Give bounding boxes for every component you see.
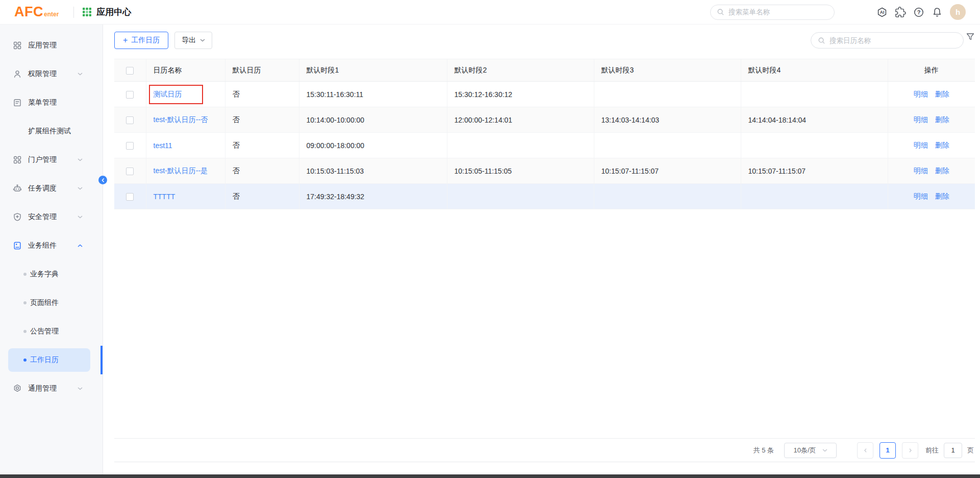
- plugin-puzzle-icon[interactable]: [895, 7, 906, 18]
- table-row: test11否09:00:00-18:00:00明细删除: [114, 133, 975, 158]
- delete-link[interactable]: 删除: [935, 141, 949, 149]
- chevron-down-icon: [200, 39, 205, 42]
- sidebar-item-label: 任务调度: [28, 184, 57, 193]
- sidebar-item-business-dictionary[interactable]: 业务字典: [0, 260, 103, 289]
- menu-document-icon: [13, 98, 22, 107]
- delete-link[interactable]: 删除: [935, 192, 949, 200]
- calendar-name-link[interactable]: test-默认日历--否: [154, 115, 208, 124]
- export-label: 导出: [182, 36, 196, 45]
- goto-page-input[interactable]: [944, 443, 962, 458]
- row-checkbox[interactable]: [126, 193, 134, 201]
- time-slot-cell: 10:14:00-10:00:00: [299, 107, 447, 133]
- sidebar-item-extension-component-test[interactable]: 扩展组件测试: [0, 117, 103, 146]
- user-avatar[interactable]: h: [950, 4, 966, 20]
- avatar-initial: h: [956, 8, 960, 16]
- export-button[interactable]: 导出: [174, 32, 212, 49]
- detail-link[interactable]: 明细: [914, 166, 928, 175]
- chevron-right-icon: [909, 448, 912, 453]
- prev-page-button[interactable]: [857, 442, 873, 459]
- sidebar-item-permission-management[interactable]: 权限管理: [0, 60, 103, 88]
- create-calendar-button[interactable]: + 工作日历: [114, 32, 168, 49]
- sidebar-item-announcement-management[interactable]: 公告管理: [0, 317, 103, 346]
- sidebar-item-label: 公告管理: [30, 327, 59, 336]
- calendar-name-link[interactable]: test11: [154, 141, 172, 150]
- detail-link[interactable]: 明细: [914, 192, 928, 200]
- row-checkbox[interactable]: [126, 142, 134, 150]
- calendar-name-link[interactable]: TTTTT: [154, 193, 175, 201]
- table-row: test-默认日历--是否10:15:03-11:15:0310:15:05-1…: [114, 158, 975, 184]
- ai-assistant-icon[interactable]: AI: [876, 7, 888, 18]
- sidebar-item-task-scheduling[interactable]: 任务调度: [0, 174, 103, 203]
- detail-link[interactable]: 明细: [914, 141, 928, 149]
- time-slot-cell: 14:14:04-18:14:04: [741, 107, 888, 133]
- current-page-button[interactable]: 1: [880, 442, 896, 459]
- notification-bell-icon[interactable]: [932, 7, 943, 18]
- delete-link[interactable]: 删除: [935, 166, 949, 175]
- svg-text:?: ?: [917, 9, 921, 15]
- bullet-dot-icon: [23, 273, 27, 276]
- row-actions-cell: 明细删除: [888, 107, 975, 133]
- sidebar-item-general-management[interactable]: 通用管理: [0, 374, 103, 403]
- sidebar-item-menu-management[interactable]: 菜单管理: [0, 88, 103, 117]
- app-logo[interactable]: AFC enter: [14, 5, 59, 19]
- sidebar-item-label: 应用管理: [28, 41, 57, 50]
- sidebar-item-security-management[interactable]: 安全管理: [0, 203, 103, 231]
- sidebar-item-label: 页面组件: [30, 298, 59, 307]
- gear-icon: [13, 384, 22, 393]
- detail-link[interactable]: 明细: [914, 115, 928, 124]
- select-all-checkbox[interactable]: [126, 67, 134, 75]
- delete-link[interactable]: 删除: [935, 115, 949, 124]
- filter-funnel-icon[interactable]: [966, 32, 975, 41]
- calendar-search-input[interactable]: [830, 37, 957, 44]
- sidebar-item-app-management[interactable]: 应用管理: [0, 31, 103, 60]
- chevron-down-icon: [78, 73, 83, 76]
- row-checkbox[interactable]: [126, 116, 134, 124]
- calendar-search-box: [811, 32, 964, 49]
- time-slot-cell: 09:00:00-18:00:00: [299, 133, 447, 158]
- sidebar-item-work-calendar[interactable]: 工作日历: [0, 346, 103, 374]
- component-book-icon: [13, 241, 22, 250]
- calendar-name-link[interactable]: test-默认日历--是: [154, 166, 208, 175]
- time-slot-cell: [594, 133, 741, 158]
- total-count-label: 共 5 条: [753, 446, 774, 455]
- row-actions-cell: 明细删除: [888, 184, 975, 209]
- help-icon[interactable]: ?: [913, 7, 924, 18]
- bullet-dot-icon: [23, 301, 27, 304]
- calendar-table: 日历名称默认日历默认时段1默认时段2默认时段3默认时段4操作测试日历否15:30…: [114, 59, 975, 209]
- plus-icon: +: [123, 36, 128, 44]
- chevron-down-icon: [78, 158, 83, 161]
- sidebar-item-label: 门户管理: [28, 155, 57, 164]
- horizontal-scrollbar[interactable]: [0, 474, 980, 478]
- calendar-name-link[interactable]: 测试日历: [154, 90, 182, 98]
- robot-icon: [13, 184, 22, 193]
- row-checkbox[interactable]: [126, 91, 134, 99]
- sidebar-collapse-button[interactable]: [98, 176, 107, 184]
- sidebar-item-portal-management[interactable]: 门户管理: [0, 146, 103, 174]
- detail-link[interactable]: 明细: [914, 90, 928, 98]
- delete-link[interactable]: 删除: [935, 90, 949, 98]
- sidebar-item-label: 业务组件: [28, 241, 57, 250]
- time-slot-cell: 10:15:07-11:15:07: [594, 158, 741, 184]
- search-icon: [717, 8, 724, 16]
- page-unit-label: 页: [967, 446, 974, 455]
- time-slot-cell: [741, 133, 888, 158]
- bullet-dot-icon: [23, 330, 27, 333]
- chevron-up-icon: [78, 244, 83, 247]
- next-page-button[interactable]: [902, 442, 918, 459]
- main-content: + 工作日历 导出 日历名称默认日历默认时段1默认时段2默认时段3默认时段4操作…: [104, 25, 980, 474]
- menu-search-input[interactable]: [728, 8, 828, 16]
- topbar: AFC enter 应用中心 AI ?: [0, 0, 980, 25]
- bullet-dot-icon: [23, 358, 27, 362]
- chevron-left-icon: [864, 448, 867, 453]
- sidebar-item-label: 安全管理: [28, 212, 57, 222]
- logo-text-sub: enter: [44, 11, 59, 18]
- sidebar-item-page-components[interactable]: 页面组件: [0, 289, 103, 317]
- column-header-1: 默认日历: [225, 59, 299, 82]
- row-actions-cell: 明细删除: [888, 158, 975, 184]
- page-size-select[interactable]: 10条/页: [784, 443, 837, 458]
- sidebar-item-business-components[interactable]: 业务组件: [0, 231, 103, 260]
- row-checkbox[interactable]: [126, 168, 134, 175]
- topbar-divider: [73, 7, 74, 18]
- apps-grid-icon: [13, 41, 22, 50]
- goto-page-label: 前往: [925, 446, 939, 455]
